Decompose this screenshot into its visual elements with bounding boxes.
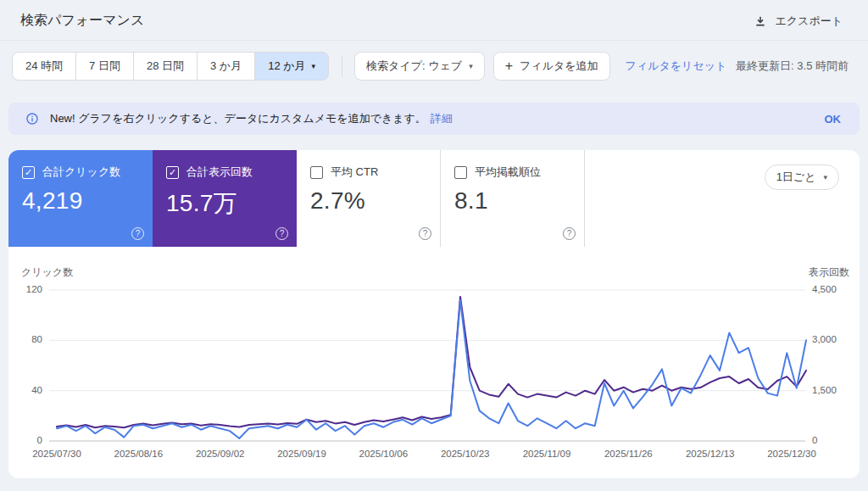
export-button[interactable]: エクスポート	[748, 13, 848, 30]
series-line-clicks	[57, 300, 806, 438]
help-icon[interactable]: ?	[131, 227, 144, 240]
chevron-down-icon: ▾	[823, 174, 827, 181]
metric-value: 15.7万	[166, 187, 283, 220]
granularity-dropdown[interactable]: 1日ごと ▾	[765, 165, 839, 190]
reset-filters-link[interactable]: フィルタをリセット	[626, 59, 727, 74]
metric-label: 合計表示回数	[186, 165, 253, 180]
impressions-checkbox[interactable]: ✓	[166, 166, 179, 179]
metric-label: 平均掲載順位	[475, 165, 541, 180]
x-axis-date-label: 2025/11/26	[593, 449, 664, 459]
date-range-tabs: 24 時間 7 日間 28 日間 3 か月 12 か月 ▾	[12, 52, 329, 81]
tab-7d[interactable]: 7 日間	[75, 52, 134, 81]
help-icon[interactable]: ?	[419, 227, 431, 240]
performance-panel: ✓ 合計クリック数 4,219 ? ✓ 合計表示回数 15.7万 ? 平均 CT…	[8, 150, 860, 478]
tab-24h[interactable]: 24 時間	[12, 52, 76, 81]
chevron-down-icon: ▾	[469, 63, 473, 70]
toolbar-divider	[342, 55, 342, 77]
card-total-impressions[interactable]: ✓ 合計表示回数 15.7万 ?	[153, 150, 297, 247]
help-icon[interactable]: ?	[563, 227, 576, 240]
card-average-position[interactable]: 平均掲載順位 8.1 ?	[441, 150, 585, 247]
help-icon[interactable]: ?	[275, 227, 288, 240]
x-axis-date-label: 2025/07/30	[21, 449, 92, 459]
x-axis-date-label: 2025/12/30	[756, 449, 827, 459]
banner-detail-link[interactable]: 詳細	[431, 111, 453, 126]
last-updated-text: 最終更新日: 3.5 時間前	[736, 59, 849, 74]
chevron-down-icon: ▾	[312, 63, 316, 70]
series-line-impressions	[57, 297, 806, 427]
plus-icon: +	[505, 59, 513, 73]
x-axis-date-label: 2025/12/13	[675, 449, 746, 459]
ctr-checkbox[interactable]	[310, 166, 323, 179]
x-axis-date-label: 2025/10/06	[348, 449, 419, 459]
add-filter-button[interactable]: + フィルタを追加	[493, 52, 610, 81]
tab-3m[interactable]: 3 か月	[197, 52, 255, 81]
card-total-clicks[interactable]: ✓ 合計クリック数 4,219 ?	[8, 150, 153, 247]
tab-28d[interactable]: 28 日間	[133, 52, 198, 81]
tab-12m[interactable]: 12 か月 ▾	[254, 52, 329, 81]
metric-cards: ✓ 合計クリック数 4,219 ? ✓ 合計表示回数 15.7万 ? 平均 CT…	[8, 150, 860, 247]
metric-value: 2.7%	[310, 187, 426, 215]
position-checkbox[interactable]	[454, 166, 467, 179]
export-label: エクスポート	[775, 14, 843, 29]
x-axis-date-label: 2025/11/09	[511, 449, 582, 459]
download-icon	[754, 14, 767, 28]
x-axis-date-label: 2025/08/16	[103, 449, 174, 459]
x-axis-date-label: 2025/09/19	[266, 449, 337, 459]
clicks-checkbox[interactable]: ✓	[22, 166, 35, 179]
metric-label: 平均 CTR	[331, 165, 378, 180]
search-type-dropdown[interactable]: 検索タイプ: ウェブ ▾	[354, 52, 485, 81]
metric-value: 8.1	[454, 187, 570, 215]
page-header: 検索パフォーマンス エクスポート	[0, 0, 868, 41]
metric-label: 合計クリック数	[42, 165, 120, 180]
banner-ok-button[interactable]: OK	[825, 113, 842, 126]
metric-value: 4,219	[22, 187, 139, 215]
new-feature-banner: New! グラフを右クリックすると、データにカスタムメモを追加できます。 詳細 …	[8, 103, 860, 135]
performance-chart[interactable]: クリック数 表示回数 00401,500803,0001204,5002025/…	[8, 260, 860, 478]
chart-plot[interactable]	[8, 260, 860, 478]
banner-text: New! グラフを右クリックすると、データにカスタムメモを追加できます。	[50, 111, 426, 126]
card-average-ctr[interactable]: 平均 CTR 2.7% ?	[297, 150, 441, 247]
info-icon	[25, 112, 39, 126]
x-axis-date-label: 2025/10/23	[430, 449, 501, 459]
page-title: 検索パフォーマンス	[20, 12, 144, 30]
x-axis-date-label: 2025/09/02	[185, 449, 256, 459]
filter-toolbar: 24 時間 7 日間 28 日間 3 か月 12 か月 ▾ 検索タイプ: ウェブ…	[12, 52, 856, 81]
